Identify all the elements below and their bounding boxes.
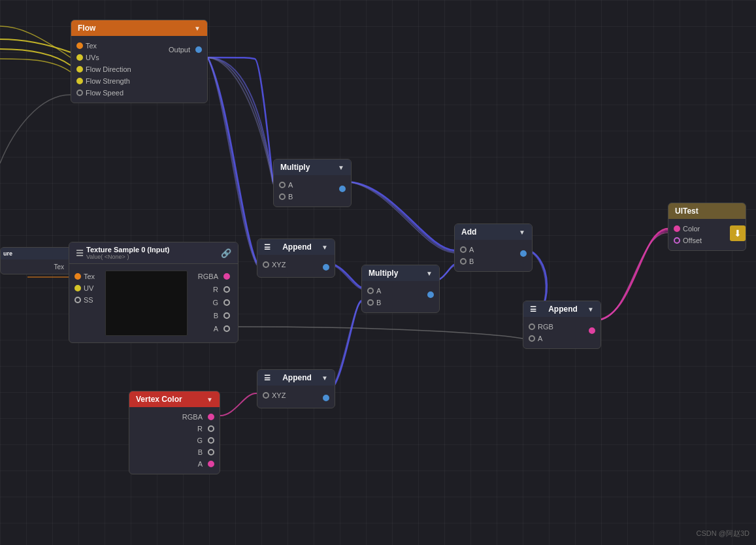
link-icon[interactable]: 🔗 bbox=[221, 248, 231, 258]
multiply1-out-dot bbox=[339, 186, 346, 192]
flow-strength-port[interactable]: Flow Strength bbox=[71, 75, 163, 87]
flow-speed-port[interactable]: Flow Speed bbox=[71, 87, 163, 99]
append1-chevron[interactable]: ▼ bbox=[321, 244, 328, 251]
append3-title: Append bbox=[548, 305, 578, 314]
vertex-a-port[interactable]: A bbox=[129, 458, 220, 470]
append1-out-port[interactable] bbox=[318, 261, 335, 273]
multiply1-out-port[interactable] bbox=[334, 183, 351, 195]
multiply1-a-port[interactable]: A bbox=[274, 179, 334, 191]
texture-b-port[interactable]: B bbox=[193, 310, 235, 322]
append2-node: ☰ Append ▼ XYZ bbox=[257, 369, 335, 408]
add-b-dot bbox=[460, 258, 467, 265]
vertex-r-port[interactable]: R bbox=[129, 423, 220, 435]
flow-speed-dot bbox=[76, 90, 83, 96]
texture-ss-dot bbox=[74, 297, 81, 303]
vertex-g-port[interactable]: G bbox=[129, 435, 220, 446]
texture-tex-dot bbox=[74, 273, 81, 280]
vertex-rgba-label: RGBA bbox=[182, 413, 203, 421]
flow-uvs-port[interactable]: UVs bbox=[71, 52, 163, 63]
append2-out-dot bbox=[323, 395, 329, 401]
append1-xyz-dot bbox=[263, 261, 269, 268]
texture-b-dot bbox=[223, 312, 230, 319]
texture-g-label: G bbox=[212, 299, 218, 306]
flow-node-title: Flow bbox=[78, 24, 95, 33]
flow-output-port[interactable]: Output bbox=[163, 44, 207, 56]
add-out-port[interactable] bbox=[515, 248, 532, 259]
flow-uvs-label: UVs bbox=[86, 54, 99, 61]
append2-title: Append bbox=[282, 373, 312, 382]
append2-out-port[interactable] bbox=[318, 392, 335, 404]
multiply1-a-label: A bbox=[288, 181, 293, 189]
flow-chevron-icon[interactable]: ▼ bbox=[194, 25, 201, 32]
uitest-title: UITest bbox=[675, 206, 698, 216]
vertex-b-port[interactable]: B bbox=[129, 446, 220, 458]
append2-hamburger: ☰ bbox=[264, 374, 271, 382]
vertex-color-header[interactable]: Vertex Color ▼ bbox=[129, 391, 220, 407]
append1-hamburger: ☰ bbox=[264, 243, 271, 252]
multiply1-header[interactable]: Multiply ▼ bbox=[274, 159, 351, 175]
append3-rgb-port[interactable]: RGB bbox=[523, 321, 583, 333]
multiply2-out-dot bbox=[427, 291, 434, 298]
vertex-g-dot bbox=[208, 437, 214, 444]
append3-a-port[interactable]: A bbox=[523, 333, 583, 344]
add-b-port[interactable]: B bbox=[455, 256, 515, 267]
append3-chevron[interactable]: ▼ bbox=[587, 306, 594, 313]
append1-xyz-label: XYZ bbox=[272, 261, 286, 269]
flow-node-header[interactable]: Flow ▼ bbox=[71, 20, 207, 36]
uitest-header[interactable]: UITest bbox=[668, 203, 746, 219]
flow-output-label: Output bbox=[169, 46, 190, 54]
flow-direction-label: Flow Direction bbox=[86, 65, 131, 73]
append1-header[interactable]: ☰ Append ▼ bbox=[257, 239, 335, 255]
append1-title: Append bbox=[282, 242, 312, 252]
multiply1-b-dot bbox=[279, 193, 286, 200]
texture-uv-port[interactable]: UV bbox=[69, 282, 100, 294]
multiply2-out-port[interactable] bbox=[422, 289, 439, 301]
texture-tex-label: Tex bbox=[84, 272, 95, 280]
append2-header[interactable]: ☰ Append ▼ bbox=[257, 370, 335, 386]
append3-rgb-label: RGB bbox=[538, 323, 553, 331]
multiply1-b-port[interactable]: B bbox=[274, 191, 334, 203]
append3-out-port[interactable] bbox=[583, 325, 600, 337]
add-header[interactable]: Add ▼ bbox=[455, 224, 532, 240]
add-a-port[interactable]: A bbox=[455, 244, 515, 256]
vertex-g-label: G bbox=[197, 437, 203, 444]
texture-a-port[interactable]: A bbox=[193, 323, 235, 335]
texture-g-port[interactable]: G bbox=[193, 297, 235, 308]
append2-xyz-port[interactable]: XYZ bbox=[257, 389, 318, 401]
vertex-rgba-port[interactable]: RGBA bbox=[129, 411, 220, 423]
multiply2-b-port[interactable]: B bbox=[362, 297, 422, 308]
texture-rgba-dot bbox=[223, 273, 230, 280]
multiply1-a-dot bbox=[279, 182, 286, 188]
texture-rgba-label: RGBA bbox=[198, 272, 218, 280]
vertex-b-label: B bbox=[198, 448, 203, 456]
texture-ss-port[interactable]: SS bbox=[69, 294, 100, 306]
vertex-a-dot bbox=[208, 461, 214, 467]
append1-xyz-port[interactable]: XYZ bbox=[257, 259, 318, 271]
texture-b-label: B bbox=[214, 312, 218, 320]
texture-rgba-port[interactable]: RGBA bbox=[193, 271, 235, 282]
append3-rgb-dot bbox=[529, 323, 535, 330]
vertex-chevron-icon[interactable]: ▼ bbox=[206, 396, 213, 403]
flow-direction-port[interactable]: Flow Direction bbox=[71, 63, 163, 75]
texture-g-dot bbox=[223, 299, 230, 306]
multiply2-chevron[interactable]: ▼ bbox=[426, 270, 433, 277]
texture-r-port[interactable]: R bbox=[193, 284, 235, 295]
flow-uvs-dot bbox=[76, 54, 83, 61]
texture-tex-port[interactable]: Tex bbox=[69, 271, 100, 282]
multiply2-a-dot bbox=[367, 288, 374, 294]
flow-tex-port[interactable]: Tex bbox=[71, 40, 163, 52]
multiply2-header[interactable]: Multiply ▼ bbox=[362, 265, 439, 281]
uitest-color-port[interactable]: Color bbox=[668, 223, 727, 235]
append2-chevron[interactable]: ▼ bbox=[321, 374, 328, 382]
texture-sample-header[interactable]: ☰ Texture Sample 0 (Input) Value( <None>… bbox=[69, 242, 238, 264]
uitest-offset-port[interactable]: Offset bbox=[668, 235, 727, 246]
add-out-dot bbox=[520, 250, 527, 257]
multiply1-chevron[interactable]: ▼ bbox=[338, 164, 344, 171]
add-chevron[interactable]: ▼ bbox=[519, 229, 525, 236]
multiply2-a-port[interactable]: A bbox=[362, 285, 422, 297]
texture-r-label: R bbox=[213, 286, 218, 293]
left-partial-title: ure bbox=[3, 250, 12, 257]
download-icon[interactable]: ⬇ bbox=[730, 225, 746, 241]
uitest-offset-dot bbox=[674, 237, 680, 244]
append3-header[interactable]: ☰ Append ▼ bbox=[523, 301, 600, 317]
